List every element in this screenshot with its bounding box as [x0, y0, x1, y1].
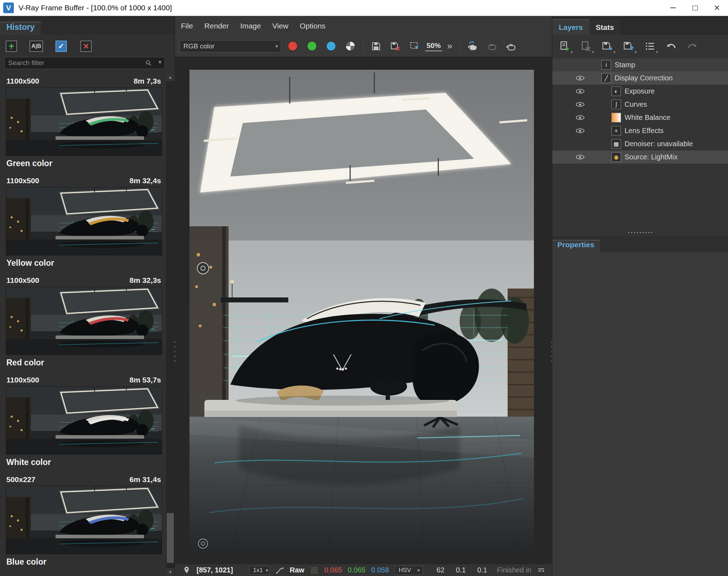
properties-empty-area	[552, 252, 728, 576]
redo-button[interactable]	[683, 38, 702, 55]
history-remove-button[interactable]: ×	[77, 38, 95, 54]
history-save-button[interactable]: +	[2, 38, 21, 54]
menu-image[interactable]: Image	[235, 18, 267, 34]
add-layer-button[interactable]: ▾	[555, 38, 574, 55]
history-scrollbar[interactable]: ▲ ▼	[166, 73, 175, 576]
pixel-value-red: 0.065	[324, 566, 342, 574]
history-item[interactable]: 1100x500 8m 53,7s White color	[0, 372, 166, 472]
undo-icon	[665, 41, 677, 52]
history-tab-bar: History	[0, 16, 175, 35]
tab-layers[interactable]: Layers	[552, 19, 589, 35]
history-thumbnail[interactable]	[6, 187, 162, 255]
render-button[interactable]	[503, 38, 519, 54]
history-list: 1100x500 8m 7,3s Green color 1100x500 8m…	[0, 73, 166, 576]
add-history-icon: +	[6, 41, 17, 52]
red-channel-button[interactable]	[285, 38, 300, 54]
menu-options[interactable]: Options	[294, 18, 331, 34]
history-panel: History + A|B ✓ × ▾ 1100x500 8m 7,3s	[0, 16, 175, 576]
layer-row-exposure[interactable]: ◐ Exposure	[552, 85, 728, 98]
scroll-up-icon[interactable]: ▲	[166, 73, 175, 81]
pixel-probe-pin-icon[interactable]	[182, 566, 191, 575]
layer-row-source-lightmix[interactable]: ◉ Source: LightMix	[552, 150, 728, 164]
menu-view[interactable]: View	[267, 18, 294, 34]
clear-image-icon	[390, 41, 401, 52]
layer-row-stamp[interactable]: i Stamp	[552, 58, 728, 72]
history-item-label: Blue color	[6, 554, 162, 567]
colorspace-select[interactable]: HSV ▾	[395, 566, 423, 575]
history-item[interactable]: 500x227 6m 31,4s Blue color	[0, 472, 166, 571]
render-disabled-button[interactable]	[484, 38, 499, 54]
history-compare-button[interactable]: A|B	[27, 38, 46, 54]
layer-row-display-correction[interactable]: ╱ Display Correction	[552, 72, 728, 85]
history-item-label: Green color	[6, 156, 162, 168]
history-item[interactable]: 1100x500 8m 32,4s Yellow color	[0, 173, 166, 273]
save-image-button[interactable]	[368, 38, 384, 54]
menu-render[interactable]: Render	[199, 18, 235, 34]
layer-row-denoiser[interactable]: ▦ Denoiser: unavailable	[552, 137, 728, 150]
layer-row-white-balance[interactable]: White Balance	[552, 111, 728, 124]
history-item[interactable]: 1100x500 8m 32,3s Red color	[0, 273, 166, 372]
pixel-ratio-select[interactable]: 1x1 ▾	[249, 566, 270, 575]
layer-row-curves[interactable]: ʃ Curves	[552, 98, 728, 111]
visibility-eye-icon[interactable]	[576, 128, 584, 133]
history-thumbnail[interactable]	[6, 88, 162, 156]
channel-select[interactable]: RGB color ▾	[180, 40, 281, 52]
close-button[interactable]: ×	[706, 0, 728, 16]
toolbar-overflow-icon[interactable]: »	[445, 41, 454, 52]
load-layer-preset-button[interactable]: ▾	[619, 38, 638, 55]
history-item[interactable]: 1100x500 8m 7,3s Green color	[0, 73, 166, 173]
delete-layer-button[interactable]: ▾	[577, 38, 595, 55]
left-splitter-handle[interactable]	[173, 342, 176, 361]
layer-row-lens-effects[interactable]: + Lens Effects	[552, 124, 728, 137]
render-canvas-area[interactable]	[175, 57, 552, 564]
minimize-button[interactable]	[662, 0, 684, 16]
clear-image-button[interactable]	[387, 38, 403, 54]
menu-file[interactable]: File	[175, 18, 199, 34]
history-thumbnail[interactable]	[6, 386, 162, 455]
delete-icon: ×	[80, 41, 92, 52]
green-channel-button[interactable]	[304, 38, 320, 54]
search-filter-caret-icon[interactable]: ▾	[159, 59, 161, 65]
stamp-toggle-icon[interactable]	[537, 566, 545, 575]
history-toolbar: + A|B ✓ ×	[2, 37, 95, 56]
scrollbar-thumb[interactable]	[167, 513, 174, 563]
color-curve-icon[interactable]	[275, 566, 284, 575]
tab-history[interactable]: History	[0, 22, 41, 35]
layer-list-options-button[interactable]: ▾	[641, 38, 659, 55]
render-status-text: Finished in	[497, 566, 531, 574]
tab-stats[interactable]: Stats	[589, 20, 620, 35]
render-resolution: 1100x500	[6, 77, 39, 85]
search-icon	[145, 59, 152, 67]
zoom-level-button[interactable]: 50%	[426, 38, 441, 54]
render-time: 8m 53,7s	[129, 376, 161, 384]
save-layer-preset-button[interactable]: ▾	[598, 38, 616, 55]
history-thumbnail[interactable]	[6, 287, 162, 355]
search-input[interactable]	[4, 57, 165, 69]
render-resolution: 1100x500	[6, 276, 39, 285]
layers-toolbar: ▾ ▾ ▾ ▾ ▾	[555, 36, 702, 56]
blue-channel-button[interactable]	[323, 38, 339, 54]
visibility-eye-icon[interactable]	[576, 76, 584, 80]
history-set-a-button[interactable]: ✓	[52, 38, 70, 54]
layers-tab-bar: Layers Stats	[552, 16, 728, 35]
lightmix-source-icon: ◉	[611, 152, 621, 162]
hsv-h-value: 62	[429, 566, 444, 574]
render-last-button[interactable]	[465, 38, 480, 54]
visibility-eye-icon[interactable]	[576, 102, 584, 107]
undo-button[interactable]	[662, 38, 680, 55]
render-teapot-icon	[505, 41, 516, 52]
status-bar: [857, 1021] 1x1 ▾ Raw 0.065 0.065 0.058 …	[175, 564, 552, 576]
main-toolbar: RGB color ▾	[175, 36, 552, 57]
properties-splitter-handle[interactable]	[627, 232, 653, 233]
menubar: File Render Image View Options	[175, 16, 552, 36]
scroll-down-icon[interactable]: ▼	[166, 568, 175, 576]
visibility-eye-icon[interactable]	[576, 89, 584, 94]
region-render-button[interactable]	[407, 38, 422, 54]
visibility-eye-icon[interactable]	[576, 115, 584, 120]
mono-channel-button[interactable]	[342, 38, 358, 54]
visibility-eye-icon[interactable]	[576, 155, 584, 159]
maximize-button[interactable]	[684, 0, 706, 16]
list-icon	[644, 41, 655, 52]
history-thumbnail[interactable]	[6, 486, 162, 554]
rendered-image[interactable]	[189, 70, 534, 550]
